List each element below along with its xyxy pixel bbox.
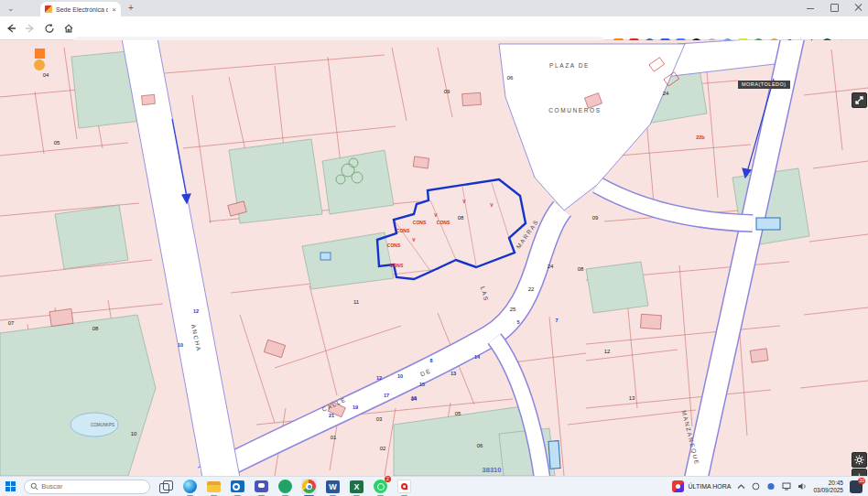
- cadastral-map[interactable]: PLAZA DECOMUNEROSANCHACALLEDELASMARRASMA…: [0, 40, 868, 476]
- map-label-pnum: 08: [458, 215, 464, 221]
- green-app-icon: [278, 480, 292, 493]
- tab-title: Sede Electrónica del Catastro: [56, 6, 108, 13]
- map-viewport: PLAZA DECOMUNEROSANCHACALLEDELASMARRASMA…: [0, 40, 868, 476]
- map-label-bnum: 19: [353, 404, 358, 410]
- gear-icon: [854, 455, 864, 465]
- map-label-cons: CONS: [437, 220, 450, 225]
- system-tray: ÚLTIMA HORA 20:45 03/09/2025 20: [672, 480, 868, 493]
- display-icon[interactable]: [782, 482, 791, 491]
- window-close-button[interactable]: [853, 3, 863, 12]
- edge-icon: [183, 480, 197, 493]
- tab-list-chevron-icon[interactable]: ⌄: [7, 4, 15, 13]
- map-label-bnum: 10: [178, 342, 183, 348]
- map-label-tiny: COMUNKPS: [91, 423, 114, 427]
- corner-app-icon[interactable]: 20: [850, 480, 863, 493]
- map-label-pnum: 12: [604, 349, 611, 354]
- map-label-pnum: 04: [43, 72, 49, 78]
- whatsapp-badge: 2: [385, 476, 391, 482]
- map-label-bnum: 14: [474, 354, 481, 360]
- reload-button[interactable]: [41, 20, 58, 37]
- app-file-explorer[interactable]: [206, 479, 222, 494]
- app-green[interactable]: [277, 479, 293, 494]
- browser-tab[interactable]: Sede Electrónica del Catastro ×: [40, 2, 121, 16]
- taskbar-search[interactable]: [24, 480, 150, 494]
- search-input[interactable]: [41, 482, 144, 491]
- map-label-bnum: 12: [376, 375, 382, 381]
- back-button[interactable]: [3, 20, 19, 37]
- map-label-pnum: 22: [528, 286, 535, 292]
- map-label-bnum: 16: [411, 395, 417, 401]
- app-outlook[interactable]: [230, 479, 245, 494]
- expand-icon: [854, 95, 864, 105]
- search-icon: [30, 482, 38, 491]
- expand-button[interactable]: [852, 92, 867, 108]
- new-tab-button[interactable]: +: [128, 3, 134, 13]
- taskbar-apps: W X 2: [182, 479, 412, 494]
- app-edge[interactable]: [182, 479, 198, 494]
- news-icon: [672, 480, 684, 492]
- minimize-button[interactable]: [806, 3, 815, 12]
- corner-badge: 20: [858, 478, 865, 484]
- map-label-bnum: 10: [397, 373, 403, 379]
- news-label: ÚLTIMA HORA: [689, 483, 732, 490]
- app-excel[interactable]: X: [349, 479, 364, 494]
- chrome-icon: [302, 480, 316, 493]
- windows-taskbar: W X 2 ÚLTIMA HORA 20:45 03/09/2025 20: [0, 476, 868, 496]
- clock-time: 20:45: [813, 480, 843, 487]
- map-label-pnum: 06: [477, 443, 483, 448]
- acrobat-icon: [397, 480, 411, 493]
- teams-icon: [255, 480, 268, 492]
- map-label-pnum: 05: [455, 411, 461, 416]
- task-view-button[interactable]: [159, 480, 171, 492]
- map-label-bnum: 21: [329, 413, 334, 418]
- map-label-red: 22b: [696, 135, 705, 140]
- app-teams[interactable]: [254, 479, 269, 494]
- map-label-pnum: 08: [92, 326, 99, 331]
- app-word[interactable]: W: [325, 479, 341, 494]
- map-label-street: PLAZA DE: [549, 62, 590, 69]
- site-favicon-icon: [45, 5, 52, 13]
- outlook-icon: [231, 480, 244, 492]
- map-label-bnum: 15: [419, 382, 425, 387]
- forward-button[interactable]: [22, 20, 38, 37]
- folder-icon: [207, 481, 221, 492]
- tab-close-icon[interactable]: ×: [112, 5, 116, 14]
- municipality-label: MORA(TOLEDO): [738, 81, 790, 89]
- taskbar-clock[interactable]: 20:45 03/09/2025: [813, 480, 843, 493]
- restore-button[interactable]: [830, 3, 839, 12]
- map-label-cons: CONS: [387, 243, 401, 248]
- map-label-pnum: 25: [510, 307, 516, 312]
- map-label-pnum: 08: [578, 266, 584, 272]
- map-label-pnum: 10: [131, 431, 137, 437]
- tray-app-icon[interactable]: [752, 482, 760, 491]
- map-label-pnum: 24: [663, 91, 669, 96]
- map-label-pnum: 07: [8, 320, 15, 326]
- tray-chevron-icon[interactable]: [737, 483, 745, 491]
- map-label-cons: CONS: [390, 263, 404, 268]
- clock-date: 03/09/2025: [813, 487, 843, 494]
- map-label-pnum: 24: [548, 264, 554, 269]
- excel-icon: X: [350, 480, 363, 493]
- browser-toolbar: ☆ ⋮: [0, 16, 868, 40]
- app-acrobat[interactable]: [396, 479, 412, 494]
- map-label-street: COMUNEROS: [548, 107, 601, 113]
- map-label-cons: CONS: [396, 228, 410, 233]
- map-label-pnum: 11: [353, 299, 360, 305]
- map-settings-button[interactable]: [852, 452, 867, 468]
- app-chrome[interactable]: [301, 479, 317, 494]
- map-label-pnum: 05: [54, 140, 60, 146]
- app-whatsapp[interactable]: 2: [373, 479, 388, 494]
- map-label-pnum: 01: [331, 435, 337, 440]
- map-label-pnum: 13: [629, 395, 635, 401]
- network-icon[interactable]: [766, 482, 776, 491]
- map-label-pnum: 02: [380, 446, 386, 451]
- news-widget[interactable]: ÚLTIMA HORA: [672, 480, 732, 492]
- home-button[interactable]: [60, 20, 77, 37]
- browser-tab-strip: ⌄ Sede Electrónica del Catastro × +: [0, 0, 868, 16]
- map-label-bnum: 7: [555, 318, 558, 323]
- volume-icon[interactable]: [797, 482, 807, 491]
- map-label-bnum: 8: [429, 358, 432, 363]
- map-label-cons: CONS: [413, 220, 427, 225]
- map-label-bnum: 17: [384, 393, 389, 398]
- start-button[interactable]: [0, 477, 20, 496]
